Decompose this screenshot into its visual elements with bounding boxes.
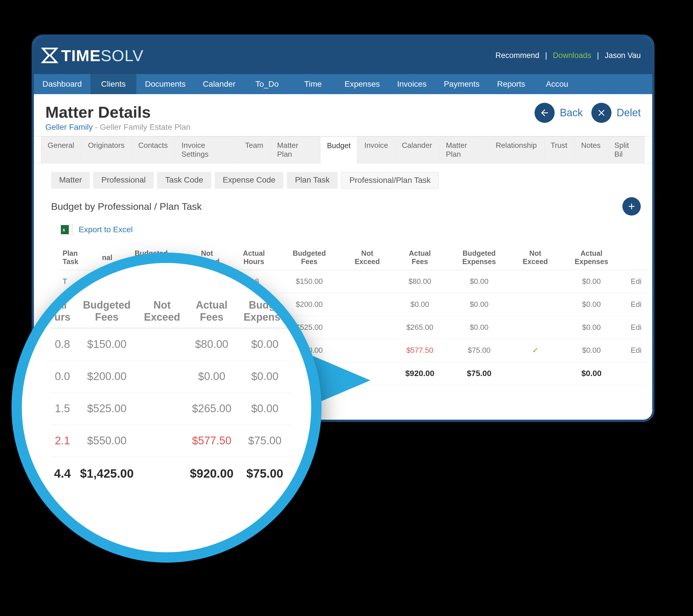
tab-originators[interactable]: Originators: [81, 136, 131, 163]
svg-rect-1: [69, 224, 72, 235]
nav-item-expenses[interactable]: Expenses: [336, 74, 389, 94]
sub-tab-expense-code[interactable]: Expense Code: [215, 172, 284, 188]
hourglass-icon: [41, 47, 58, 64]
mag-col-header: ActualFees: [185, 295, 239, 328]
logo-text-1: TIME: [61, 46, 101, 65]
header-link[interactable]: Recommend: [495, 51, 539, 60]
nav-item-to_do[interactable]: To_Do: [244, 74, 290, 94]
cell: [342, 316, 392, 339]
back-label: Back: [560, 107, 583, 119]
export-label: Export to Excel: [79, 225, 133, 234]
tab-budget[interactable]: Budget: [320, 137, 357, 163]
magnifier-lens: alursBudgetedFeesNotExceedActualFeesBudg…: [12, 253, 321, 563]
page-actions: Back Delet: [535, 103, 641, 123]
tab-invoice[interactable]: Invoice: [358, 136, 394, 163]
magnifier-table: alursBudgetedFeesNotExceedActualFeesBudg…: [51, 295, 291, 490]
col-header: ActualFees: [392, 245, 448, 270]
col-header: PlanTask: [60, 245, 94, 270]
cell: $577.50: [392, 339, 448, 362]
sub-tab-task-code[interactable]: Task Code: [157, 172, 211, 188]
tab-split-bil[interactable]: Split Bil: [608, 136, 645, 163]
cell: $265.00: [392, 316, 448, 339]
nav-item-accou[interactable]: Accou: [534, 74, 580, 94]
matter-tabs: GeneralOriginatorsContactsInvoice Settin…: [34, 136, 652, 163]
tab-calander[interactable]: Calander: [395, 136, 439, 163]
breadcrumb-link[interactable]: Geller Family: [45, 123, 93, 132]
tab-team[interactable]: Team: [239, 136, 270, 163]
cell: $0.00: [560, 293, 623, 316]
delete-label: Delet: [617, 107, 641, 119]
tab-invoice-settings[interactable]: Invoice Settings: [175, 136, 238, 163]
cell: [342, 293, 392, 316]
page-head: Matter Details Geller Family - Geller Fa…: [34, 100, 652, 136]
cell: ✓: [510, 339, 560, 362]
cell: $0.00: [560, 339, 623, 362]
magnifier-pointer: [313, 356, 370, 405]
sub-tab-plan-task[interactable]: Plan Task: [287, 172, 338, 188]
cell[interactable]: Edi: [623, 293, 649, 316]
tab-contacts[interactable]: Contacts: [132, 136, 175, 163]
logo[interactable]: TIMESOLV: [41, 46, 143, 65]
cell: $0.00: [560, 316, 623, 339]
tab-matter-plan[interactable]: Matter Plan: [271, 136, 320, 163]
cell: [510, 316, 560, 339]
sub-tab-professional[interactable]: Professional: [93, 172, 154, 188]
svg-text:x: x: [63, 227, 65, 232]
nav-item-payments[interactable]: Payments: [435, 74, 488, 94]
logo-text-2: SOLV: [101, 46, 143, 65]
cell[interactable]: Edi: [623, 270, 649, 293]
tab-notes[interactable]: Notes: [574, 136, 607, 163]
mag-row: 1.5$525.00$265.00$0.00: [51, 393, 291, 425]
nav-item-documents[interactable]: Documents: [136, 74, 194, 94]
cell: [342, 270, 392, 293]
cell: $0.00: [448, 270, 510, 293]
tab-matter-plan[interactable]: Matter Plan: [439, 136, 489, 163]
cell[interactable]: Edi: [623, 316, 649, 339]
back-button[interactable]: Back: [535, 103, 583, 123]
header-link[interactable]: Jason Vau: [605, 51, 641, 60]
col-header: [623, 245, 649, 270]
section-title: Budget by Professional / Plan Task: [51, 201, 202, 212]
nav-item-time[interactable]: Time: [290, 74, 336, 94]
main-nav: DashboardClientsDocumentsCalanderTo_DoTi…: [34, 74, 652, 94]
close-icon: [591, 103, 612, 123]
delete-button[interactable]: Delet: [591, 103, 641, 123]
nav-item-reports[interactable]: Reports: [488, 74, 534, 94]
cell[interactable]: Edi: [623, 339, 649, 362]
nav-item-calander[interactable]: Calander: [194, 74, 244, 94]
col-header: BudgetedExpenses: [448, 245, 510, 270]
mag-total-row: 4.4$1,425.00$920.00$75.00: [51, 457, 291, 491]
nav-item-invoices[interactable]: Invoices: [389, 74, 435, 94]
budget-sub-tabs: MatterProfessionalTask CodeExpense CodeP…: [51, 172, 641, 188]
mag-col-header: NotExceed: [139, 295, 185, 328]
section-head: Budget by Professional / Plan Task: [51, 197, 641, 216]
tab-relationship[interactable]: Relationship: [489, 136, 543, 163]
col-header: ActualHours: [232, 245, 276, 270]
col-header: NotExceed: [510, 245, 560, 270]
app-header: TIMESOLV Recommend|Downloads|Jason Vau: [34, 37, 652, 74]
col-header: BudgetedFees: [276, 245, 343, 270]
page-title: Matter Details: [45, 103, 191, 121]
breadcrumb: Geller Family - Geller Family Estate Pla…: [45, 123, 191, 132]
cell: $0.00: [448, 316, 510, 339]
sub-tab-matter[interactable]: Matter: [51, 172, 90, 188]
header-link[interactable]: Downloads: [553, 51, 591, 60]
col-header: NotExceed: [342, 245, 392, 270]
back-icon: [535, 103, 555, 123]
export-to-excel-button[interactable]: x Export to Excel: [60, 223, 641, 237]
cell: $75.00: [448, 339, 510, 362]
tab-general[interactable]: General: [41, 136, 81, 163]
nav-item-clients[interactable]: Clients: [91, 74, 136, 94]
tab-trust[interactable]: Trust: [544, 136, 574, 163]
add-button[interactable]: [622, 197, 641, 216]
col-header: ActualExpenses: [560, 245, 623, 270]
mag-row: 2.1$550.00$577.50$75.00: [51, 425, 291, 457]
mag-row: 0.0$200.00$0.00$0.00: [51, 360, 291, 393]
cell: $80.00: [392, 270, 448, 293]
cell: [510, 293, 560, 316]
sub-tab-professional-plan-task[interactable]: Professional/Plan Task: [341, 172, 439, 188]
nav-item-dashboard[interactable]: Dashboard: [34, 74, 91, 94]
cell: $0.00: [560, 270, 623, 293]
excel-icon: x: [60, 223, 74, 237]
cell: $0.00: [392, 293, 448, 316]
